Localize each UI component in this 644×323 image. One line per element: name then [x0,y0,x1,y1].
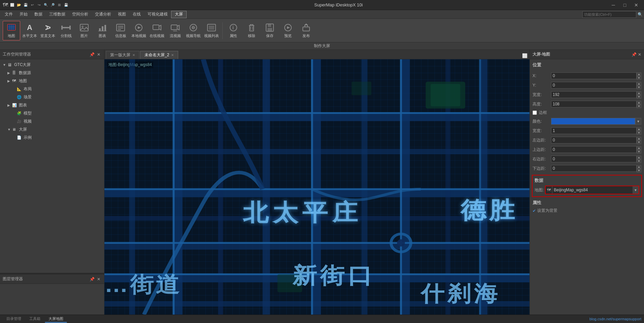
lm-up-btn[interactable]: ▲ [637,137,641,140]
redo-icon[interactable]: ↪ [36,2,42,8]
width-input[interactable] [551,91,637,98]
tab-1[interactable]: 第一版大屏 ✕ [106,51,139,59]
undo-icon[interactable]: ↩ [30,2,35,8]
bottom-margin-input[interactable] [551,165,637,172]
border-width-spinner[interactable]: ▲ ▼ [551,127,641,134]
lm-down-btn[interactable]: ▼ [637,140,641,144]
y-down-btn[interactable]: ▼ [637,86,641,89]
bottom-margin-spinner[interactable]: ▲ ▼ [551,165,641,172]
close-button[interactable]: ✕ [631,2,641,8]
toolbar-localvideo-btn[interactable]: 本地视频 [130,21,148,40]
x-up-btn[interactable]: ▲ [637,72,641,76]
right-panel-close[interactable]: ✕ [638,52,641,57]
tree-item-datasource[interactable]: ▶ 🗄 数据源 [0,69,104,77]
left-margin-spinner[interactable]: ▲ ▼ [551,137,641,143]
toolbar-preview-btn[interactable]: 预览 [279,21,297,40]
toolbar-save-btn[interactable]: 保存 [261,21,279,40]
tree-item-video[interactable]: ▶ 🎥 视频 [0,117,104,125]
workspace-close-btn[interactable]: ✕ [96,52,101,57]
menu-3d[interactable]: 三维数据 [46,11,69,18]
tree-item-gtc[interactable]: ▼ 🖥 GTC大屏 [0,61,104,69]
toolbar-divline-btn[interactable]: 分割线 [57,21,75,40]
bw-up-btn[interactable]: ▲ [637,127,641,131]
workspace-pin-btn[interactable]: 📌 [89,52,95,57]
tree-item-scene[interactable]: ▶ 🌐 场景 [0,93,104,101]
tab-maximize-btn[interactable]: ⬜ [521,52,528,59]
toolbar-onlinevideo-btn[interactable]: 在线视频 [148,21,166,40]
color-btn[interactable] [551,118,635,125]
toolbar-map-btn[interactable]: 地图 [3,21,20,40]
zoomin-icon[interactable]: 🔍 [43,2,49,8]
tree-item-bigscreen[interactable]: ▼ 🖥 大屏 [0,125,104,133]
right-margin-spinner[interactable]: ▲ ▼ [551,156,641,162]
layer-pin-btn[interactable]: 📌 [89,277,95,282]
rm-up-btn[interactable]: ▲ [637,156,641,159]
top-margin-input[interactable] [551,146,637,153]
tab-2-close[interactable]: ✕ [171,53,174,57]
maximize-button[interactable]: □ [620,2,630,8]
width-up-btn[interactable]: ▲ [637,91,641,95]
search-btn[interactable]: 🔍 [638,12,643,17]
status-tab-bigscreenmap[interactable]: 大屏地图 [45,315,67,323]
border-width-input[interactable] [551,127,637,134]
border-label[interactable]: 边框 [539,110,547,116]
toolbar-infopanel-btn[interactable]: 信息板 [112,21,129,40]
rm-down-btn[interactable]: ▼ [637,159,641,163]
y-up-btn[interactable]: ▲ [637,82,641,86]
toolbar-streaming-btn[interactable]: 流视频 [166,21,184,40]
x-input[interactable] [551,72,637,79]
tree-item-layout[interactable]: ▶ 📐 布局 [0,85,104,93]
height-spinner[interactable]: ▲ ▼ [551,101,641,107]
save2-icon[interactable]: 💾 [63,2,69,8]
new-icon[interactable]: ⬜ [9,2,15,8]
border-checkbox[interactable] [533,110,537,115]
toolbar-image-btn[interactable]: 图片 [75,21,93,40]
tm-up-btn[interactable]: ▲ [637,146,641,150]
bm-up-btn[interactable]: ▲ [637,165,641,169]
height-up-btn[interactable]: ▲ [637,101,641,104]
status-tab-toolbox[interactable]: 工具箱 [26,315,44,323]
zoomout-icon[interactable]: 🔎 [50,2,55,8]
layer-close-btn[interactable]: ✕ [96,277,101,282]
x-down-btn[interactable]: ▼ [637,76,641,80]
map-select[interactable]: BeijingMap_wgs84 [552,186,633,194]
minimize-button[interactable]: ─ [608,2,618,8]
menu-file[interactable]: 文件 [1,11,16,18]
menu-data[interactable]: 数据 [31,11,46,18]
tree-item-map[interactable]: ▶ 🗺 地图 [0,77,104,85]
map-dd-arrow[interactable]: ▼ [633,186,639,194]
toolbar-attrs-btn[interactable]: i 属性 [225,21,242,40]
bw-down-btn[interactable]: ▼ [637,131,641,135]
menu-online[interactable]: 在线 [129,11,144,18]
toolbar-videolist-btn[interactable]: 视频列表 [203,21,220,40]
y-input[interactable] [551,82,637,89]
menu-traffic[interactable]: 交通分析 [92,11,115,18]
right-margin-input[interactable] [551,156,637,162]
menu-view[interactable]: 视图 [115,11,129,18]
background-label[interactable]: 设置为背景 [537,208,557,214]
grid-icon[interactable]: ⊞ [57,2,62,8]
toolbar-publish-btn[interactable]: 发布 [297,21,315,40]
menu-start[interactable]: 开始 [16,11,31,18]
menu-visual[interactable]: 可视化建模 [144,11,171,18]
toolbar-vtext-btn[interactable]: A 竖直文本 [39,21,57,40]
toolbar-remove-btn[interactable]: 移除 [243,21,260,40]
tm-down-btn[interactable]: ▼ [637,150,641,154]
toolbar-chart-btn[interactable]: 图表 [94,21,111,40]
tree-item-charts[interactable]: ▶ 📊 图表 [0,101,104,109]
right-panel-pin[interactable]: 📌 [632,52,637,57]
y-spinner[interactable]: ▲ ▼ [551,82,641,89]
status-link[interactable]: blog.csdn.net/supermapsupport [589,317,641,321]
menu-bigscreen[interactable]: 大屏 [171,11,187,18]
bm-down-btn[interactable]: ▼ [637,169,641,172]
width-spinner[interactable]: ▲ ▼ [551,91,641,98]
tree-item-model[interactable]: ▶ 🧩 模型 [0,109,104,117]
tree-item-example[interactable]: ▶ 📄 示例 [0,133,104,141]
height-down-btn[interactable]: ▼ [637,104,641,108]
toolbar-htext-btn[interactable]: A 水平文本 [21,21,38,40]
color-dropdown-btn[interactable]: ▼ [635,118,641,125]
tab-1-close[interactable]: ✕ [132,53,135,57]
toolbar-videonav-btn[interactable]: 视频导航 [185,21,202,40]
left-margin-input[interactable] [551,137,637,143]
open-icon[interactable]: 📂 [16,2,22,8]
